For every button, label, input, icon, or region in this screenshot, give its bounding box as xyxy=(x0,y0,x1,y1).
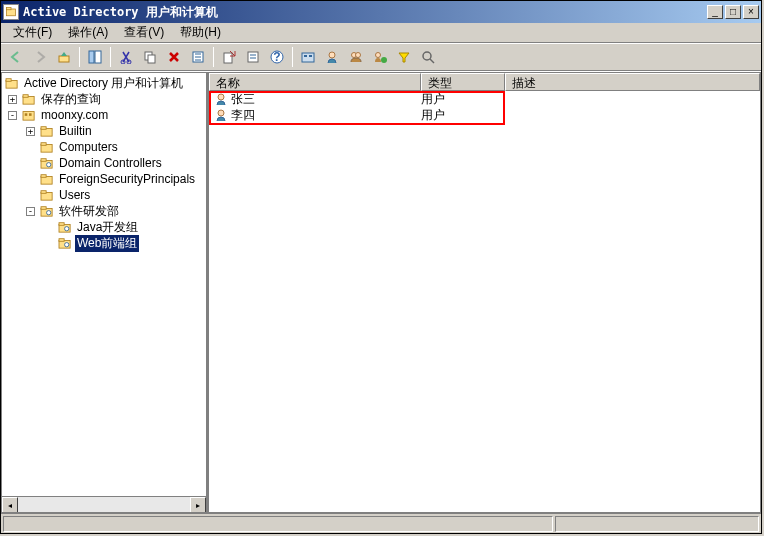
tree-domain-controllers[interactable]: Domain Controllers xyxy=(4,155,204,171)
tree-domain[interactable]: - moonxy.com xyxy=(4,107,204,123)
tree-label: moonxy.com xyxy=(39,108,110,122)
svg-rect-33 xyxy=(41,143,46,146)
svg-rect-28 xyxy=(25,113,28,116)
tree-builtin[interactable]: + Builtin xyxy=(4,123,204,139)
svg-rect-16 xyxy=(309,55,312,57)
tree-label-selected: Web前端组 xyxy=(75,235,139,252)
svg-rect-26 xyxy=(23,95,28,98)
tree-label: Builtin xyxy=(57,124,94,138)
tree-horizontal-scrollbar[interactable]: ◂ ▸ xyxy=(2,496,206,512)
svg-rect-3 xyxy=(89,51,94,63)
svg-rect-14 xyxy=(302,53,314,62)
new-group-icon[interactable] xyxy=(345,46,367,68)
column-name[interactable]: 名称 xyxy=(209,73,421,91)
tree-root[interactable]: Active Directory 用户和计算机 xyxy=(4,75,204,91)
svg-point-51 xyxy=(218,110,224,116)
back-icon[interactable] xyxy=(5,46,27,68)
menubar: 文件(F) 操作(A) 查看(V) 帮助(H) xyxy=(1,23,761,43)
toolbar-separator xyxy=(79,47,80,67)
tree-fsp[interactable]: ForeignSecurityPrincipals xyxy=(4,171,204,187)
folder-icon xyxy=(21,92,37,106)
svg-rect-38 xyxy=(41,175,46,178)
minimize-button[interactable]: _ xyxy=(707,5,723,19)
statusbar xyxy=(1,513,761,533)
tree-users[interactable]: Users xyxy=(4,187,204,203)
tree-software-dept[interactable]: - 软件研发部 xyxy=(4,203,204,219)
domain-icon xyxy=(21,108,37,122)
list-cell-name: 李四 xyxy=(231,107,255,124)
properties-icon[interactable] xyxy=(242,46,264,68)
content-area: Active Directory 用户和计算机 + 保存的查询 - moonxy… xyxy=(1,71,761,513)
copy-icon[interactable] xyxy=(139,46,161,68)
delete-icon[interactable] xyxy=(163,46,185,68)
app-icon xyxy=(3,4,19,20)
tree-label: 软件研发部 xyxy=(57,203,121,220)
svg-rect-10 xyxy=(224,53,232,63)
find-icon[interactable] xyxy=(417,46,439,68)
tree-computers[interactable]: Computers xyxy=(4,139,204,155)
new-user-icon[interactable] xyxy=(321,46,343,68)
add-to-group-icon[interactable] xyxy=(369,46,391,68)
svg-point-43 xyxy=(47,211,51,215)
tree-label: Domain Controllers xyxy=(57,156,164,170)
list-panel: 名称 类型 描述 张三 用户 李四 用户 xyxy=(208,72,761,513)
export-icon[interactable] xyxy=(218,46,240,68)
list-cell-type: 用户 xyxy=(421,91,505,108)
svg-rect-4 xyxy=(95,51,101,63)
svg-point-49 xyxy=(65,243,69,247)
collapse-toggle[interactable]: - xyxy=(8,111,17,120)
collapse-toggle[interactable]: - xyxy=(26,207,35,216)
svg-text:?: ? xyxy=(273,50,280,64)
menu-file[interactable]: 文件(F) xyxy=(5,22,60,43)
svg-point-20 xyxy=(376,52,381,57)
window-title: Active Directory 用户和计算机 xyxy=(23,4,705,21)
filter-options-icon[interactable] xyxy=(297,46,319,68)
svg-rect-11 xyxy=(248,52,258,62)
svg-point-21 xyxy=(381,57,387,63)
cut-icon[interactable] xyxy=(115,46,137,68)
user-icon xyxy=(213,92,229,106)
column-desc[interactable]: 描述 xyxy=(505,73,760,91)
svg-rect-31 xyxy=(41,127,46,130)
folder-icon xyxy=(39,140,55,154)
menu-view[interactable]: 查看(V) xyxy=(116,22,172,43)
tree-java-group[interactable]: Java开发组 xyxy=(4,219,204,235)
window-controls: _ □ × xyxy=(705,5,759,19)
list-body: 张三 用户 李四 用户 xyxy=(209,91,760,512)
list-row[interactable]: 李四 用户 xyxy=(209,107,760,123)
expand-toggle[interactable]: + xyxy=(26,127,35,136)
filter-icon[interactable] xyxy=(393,46,415,68)
toolbar-separator xyxy=(213,47,214,67)
forward-icon[interactable] xyxy=(29,46,51,68)
close-button[interactable]: × xyxy=(743,5,759,19)
folder-icon xyxy=(39,124,55,138)
help-icon[interactable]: ? xyxy=(266,46,288,68)
ad-root-icon xyxy=(4,76,20,90)
refresh-icon[interactable] xyxy=(187,46,209,68)
tree-web-group[interactable]: Web前端组 xyxy=(4,235,204,251)
app-window: Active Directory 用户和计算机 _ □ × 文件(F) 操作(A… xyxy=(0,0,762,534)
column-type[interactable]: 类型 xyxy=(421,73,505,91)
toolbar-separator xyxy=(110,47,111,67)
up-icon[interactable] xyxy=(53,46,75,68)
menu-action[interactable]: 操作(A) xyxy=(60,22,116,43)
list-cell-type: 用户 xyxy=(421,107,505,124)
status-cell xyxy=(3,516,553,532)
svg-rect-40 xyxy=(41,191,46,194)
svg-point-17 xyxy=(329,52,335,58)
list-header: 名称 类型 描述 xyxy=(209,73,760,91)
menu-help[interactable]: 帮助(H) xyxy=(172,22,229,43)
scroll-right-button[interactable]: ▸ xyxy=(190,497,206,513)
tree-saved-queries[interactable]: + 保存的查询 xyxy=(4,91,204,107)
scroll-left-button[interactable]: ◂ xyxy=(2,497,18,513)
tree-label: Computers xyxy=(57,140,120,154)
list-row[interactable]: 张三 用户 xyxy=(209,91,760,107)
show-hide-tree-icon[interactable] xyxy=(84,46,106,68)
ou-icon xyxy=(39,204,55,218)
maximize-button[interactable]: □ xyxy=(725,5,741,19)
scroll-track[interactable] xyxy=(18,497,190,512)
svg-rect-27 xyxy=(23,112,34,121)
list-cell-name: 张三 xyxy=(231,91,255,108)
ou-icon xyxy=(57,220,73,234)
expand-toggle[interactable]: + xyxy=(8,95,17,104)
